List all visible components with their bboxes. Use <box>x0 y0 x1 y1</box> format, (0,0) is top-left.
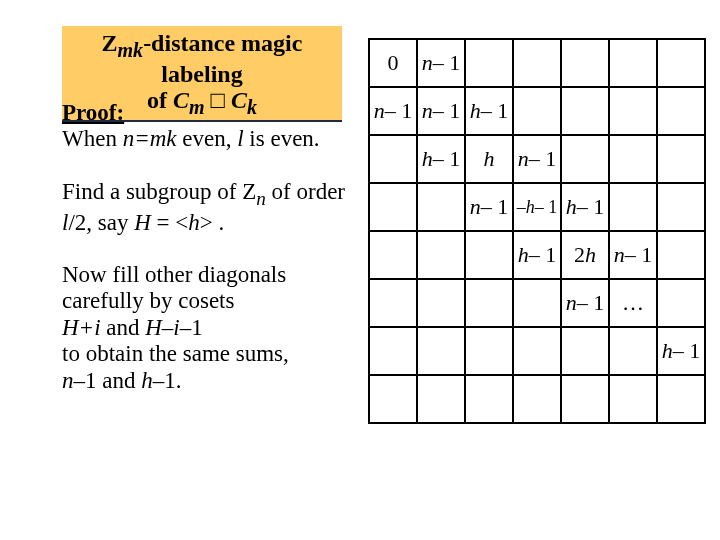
cell-suf: – 1 <box>481 194 509 219</box>
cell-n: n <box>518 146 529 171</box>
cell-6-4 <box>561 327 609 375</box>
cell-1-3 <box>513 87 561 135</box>
cell-suf: – 1 <box>385 98 413 123</box>
p2-half: /2, say <box>68 210 134 235</box>
table-row: h– 1 2h n– 1 <box>369 231 705 279</box>
cell-6-6: h– 1 <box>657 327 705 375</box>
cell-7-5 <box>609 375 657 423</box>
p3-sums: to obtain the same sums, <box>62 341 289 366</box>
cell-7-0 <box>369 375 417 423</box>
p2-h-upper: H <box>134 210 151 235</box>
cell-5-5: … <box>609 279 657 327</box>
p2-close: > . <box>200 210 224 235</box>
cell-6-5 <box>609 327 657 375</box>
cell-6-1 <box>417 327 465 375</box>
cell-h: h <box>585 242 596 267</box>
cell-suf: – 1 <box>529 146 557 171</box>
p1-when: When <box>62 126 123 151</box>
cell-h: h <box>484 146 495 171</box>
cell-6-0 <box>369 327 417 375</box>
cell-7-3 <box>513 375 561 423</box>
proof-para-2: Find a subgroup of Zn of order l/2, say … <box>62 179 352 236</box>
cell-suf: – 1 <box>673 338 701 363</box>
p3-hminus: h– <box>141 368 164 393</box>
cell-1-6 <box>657 87 705 135</box>
p3-nminus: n– <box>62 368 85 393</box>
p2-h-lower: h <box>188 210 200 235</box>
cell-suf: – 1 <box>625 242 653 267</box>
cell-n: n <box>422 98 433 123</box>
cell-suf: – 1 <box>577 194 605 219</box>
cell-2-1: h– 1 <box>417 135 465 183</box>
body-text: Proof: When n=mk even, l is even. Find a… <box>62 100 352 420</box>
cell-3-6 <box>657 183 705 231</box>
cell-5-2 <box>465 279 513 327</box>
cell-h: h <box>662 338 673 363</box>
cell-4-6 <box>657 231 705 279</box>
table-row: n– 1 … <box>369 279 705 327</box>
p3-1and: 1 and <box>85 368 141 393</box>
cell-pre: – <box>517 197 526 217</box>
p2-eq: = < <box>151 210 188 235</box>
cell-4-3: h– 1 <box>513 231 561 279</box>
cell-2: 2 <box>574 242 585 267</box>
cell-3-5 <box>609 183 657 231</box>
cell-5-4: n– 1 <box>561 279 609 327</box>
table-row <box>369 375 705 423</box>
cell-0-6 <box>657 39 705 87</box>
cell-n: n <box>422 50 433 75</box>
cell-3-4: h– 1 <box>561 183 609 231</box>
cell-suf: – 1 <box>481 98 509 123</box>
cell-h: h <box>518 242 529 267</box>
cell-2-2: h <box>465 135 513 183</box>
cell-0-4 <box>561 39 609 87</box>
p1-iseven: is even. <box>244 126 320 151</box>
cell-2-5 <box>609 135 657 183</box>
p2-n: n <box>256 187 266 208</box>
cell-0-5 <box>609 39 657 87</box>
table-row: n– 1 n– 1 h– 1 <box>369 87 705 135</box>
table-row: n– 1 –h– 1 h– 1 <box>369 183 705 231</box>
cell-6-3 <box>513 327 561 375</box>
cell-n: n <box>566 290 577 315</box>
cell-suf: – 1 <box>433 98 461 123</box>
cell-suf: – 1 <box>529 242 557 267</box>
p3-line1: Now fill other diagonals carefully by co… <box>62 262 286 313</box>
p3-one: 1 <box>191 315 203 340</box>
cell-1-4 <box>561 87 609 135</box>
table: 0 n– 1 n– 1 n– 1 h– 1 h– 1 h n– 1 <box>368 38 706 424</box>
title-line1: Zmk-distance magic labeling <box>102 30 303 87</box>
p2-find: Find a subgroup of <box>62 179 242 204</box>
cell-h: h <box>470 98 481 123</box>
cell-4-2 <box>465 231 513 279</box>
cell-text: 0 <box>388 50 399 75</box>
cell-0-3 <box>513 39 561 87</box>
cell-4-0 <box>369 231 417 279</box>
cell-n: n <box>614 242 625 267</box>
table-row: h– 1 <box>369 327 705 375</box>
slide: Zmk-distance magic labeling of Cm □ Ck P… <box>0 0 720 540</box>
title-mk: mk <box>118 39 144 61</box>
table-row: h– 1 h n– 1 <box>369 135 705 183</box>
cell-n: n <box>374 98 385 123</box>
p2-z: Z <box>242 179 256 204</box>
cell-1-0: n– 1 <box>369 87 417 135</box>
cell-0-1: n– 1 <box>417 39 465 87</box>
cell-dots: … <box>622 290 644 315</box>
proof-para-1: Proof: When n=mk even, l is even. <box>62 100 352 153</box>
cell-h: h <box>526 197 535 217</box>
cell-suf: – 1 <box>577 290 605 315</box>
cell-7-1 <box>417 375 465 423</box>
cell-2-3: n– 1 <box>513 135 561 183</box>
cell-2-6 <box>657 135 705 183</box>
cell-6-2 <box>465 327 513 375</box>
p1-even: even, <box>177 126 238 151</box>
table-row: 0 n– 1 <box>369 39 705 87</box>
cell-5-1 <box>417 279 465 327</box>
p3-and: and <box>101 315 146 340</box>
cell-7-6 <box>657 375 705 423</box>
proof-para-3: Now fill other diagonals carefully by co… <box>62 262 352 394</box>
cell-5-3 <box>513 279 561 327</box>
p3-hplusi: H+i <box>62 315 101 340</box>
cell-2-0 <box>369 135 417 183</box>
